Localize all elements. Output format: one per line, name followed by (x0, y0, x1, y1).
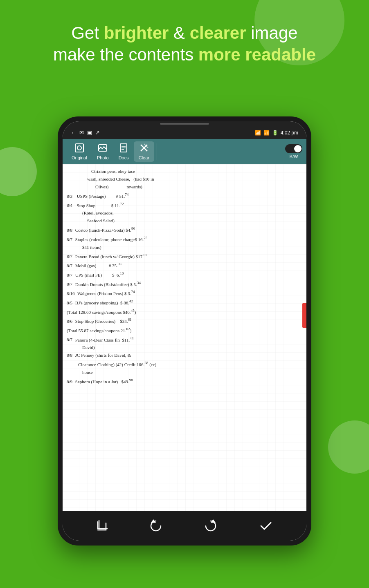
crop-button[interactable] (96, 520, 108, 532)
header-line2: make the contents more readable (16, 44, 353, 66)
wifi-icon: 📶 (255, 130, 261, 136)
hw-line-13: 8/7 UPS (mail FE) $ 6.10 (67, 270, 301, 279)
toolbar-original[interactable]: Original (67, 141, 92, 162)
check-button[interactable] (259, 519, 273, 533)
hw-line-2: wash, shredded Cheese, (had $10 in (87, 175, 301, 183)
signal-icon: 📶 (263, 130, 270, 136)
svg-rect-0 (75, 144, 83, 152)
handwriting-content: Ctrixion pens, okey tace wash, shredded … (67, 168, 301, 511)
hw-line-24: house (82, 369, 301, 376)
svg-point-1 (77, 146, 81, 150)
photo-label: Photo (97, 155, 109, 160)
hw-line-5: 8/4 Stop Shop $ 11.72 (67, 200, 301, 210)
status-bar: ← ✉ ▣ ↗ 📶 📶 🔋 4:02 pm (63, 126, 306, 139)
toolbar-photo[interactable]: Photo (92, 141, 114, 162)
phone-inner: ← ✉ ▣ ↗ 📶 📶 🔋 4:02 pm (63, 121, 306, 541)
rotate-left-button[interactable] (149, 519, 162, 532)
hw-line-3: Olives) rewards) (95, 183, 301, 191)
bottom-toolbar (63, 511, 306, 541)
header-and: & (169, 23, 189, 42)
header-get: Get (71, 23, 104, 42)
hw-line-7: Seafood Salad) (87, 217, 301, 225)
hw-line-6: (Rotel, avocados, (82, 209, 301, 217)
hw-line-23: Clearance Clothing) (42) Credit 106.38 (… (78, 359, 301, 369)
image-icon: ▣ (87, 130, 92, 136)
header-line1: Get brighter & clearer image (16, 22, 353, 44)
document-paper: Ctrixion pens, okey tace wash, shredded … (63, 164, 306, 511)
battery-icon: 🔋 (272, 130, 278, 136)
document-area: Ctrixion pens, okey tace wash, shredded … (63, 164, 306, 511)
rotate-right-button[interactable] (204, 519, 217, 532)
clear-icon (139, 143, 149, 154)
app-toolbar: Original Photo (63, 139, 306, 164)
phone-notch (63, 121, 306, 126)
share-icon: ↗ (95, 130, 100, 136)
toolbar-clear[interactable]: Clear (134, 141, 154, 162)
hw-line-25: 8/9 Sephora (Hope in a Jar) $49.98 (67, 376, 301, 386)
hw-line-20: 8/7 Panora (4-Dear Class fin $11.44 (67, 335, 301, 344)
bw-label: B/W (290, 154, 298, 159)
hw-line-14: 8/7 Dunkin Donuts (Bkfst/coffee) $ 5.34 (67, 279, 301, 288)
back-icon[interactable]: ← (71, 130, 76, 136)
header-section: Get brighter & clearer image make the co… (0, 22, 369, 65)
clear-label: Clear (139, 155, 149, 160)
hw-line-17: (Total 128.60 savings/coupons $46.45) (67, 307, 301, 316)
hw-line-10: $41 items) (82, 244, 301, 251)
hw-line-18: 8/6 Stop Shop (Groceries) $34.61 (67, 316, 301, 325)
header-make: make the contents (53, 45, 198, 64)
bw-toggle-area[interactable]: B/W (285, 144, 302, 159)
hw-line-4: 8/3 USPS (Postage) # 51.74 (67, 191, 301, 200)
header-brighter: brighter (104, 23, 169, 42)
deco-circle-right (328, 420, 369, 474)
header-image: image (246, 23, 298, 42)
status-bar-left: ← ✉ ▣ ↗ (71, 130, 100, 136)
hw-line-21: David) (82, 344, 301, 351)
email-icon: ✉ (79, 130, 84, 136)
hw-line-19: (Total 55.87 savings/coupons 21.02) (67, 325, 301, 335)
bw-toggle-knob (294, 145, 302, 152)
time-display: 4:02 pm (281, 130, 298, 136)
phone-mockup: ← ✉ ▣ ↗ 📶 📶 🔋 4:02 pm (58, 116, 311, 546)
hw-line-22: 8/8 JC Penney (shirts for David, & (67, 351, 301, 359)
hw-line-11: 8/7 Panera Bread (lunch w/ Georgie) $17.… (67, 251, 301, 261)
hw-line-16: 8/5 BJ's (grocery shopping) $ 86.42 (67, 297, 301, 307)
original-label: Original (72, 155, 87, 160)
red-bookmark (302, 303, 306, 328)
docs-icon (119, 143, 128, 154)
toolbar-docs[interactable]: Docs (114, 141, 134, 162)
hw-line-12: 8/7 Mobil (gas) # 35.03 (67, 260, 301, 270)
hw-line-1: Ctrixion pens, okey tace (91, 168, 301, 175)
notch-bar (160, 123, 209, 125)
toolbar-divider (157, 143, 157, 160)
docs-label: Docs (119, 155, 129, 160)
hw-line-15: 8/16 Walgreens (Frixion Pens) $ 3.74 (67, 288, 301, 297)
hw-line-8: 8/8 Costco (lunch-Pizza+Soda) $4.86 (67, 225, 301, 234)
original-icon (74, 143, 84, 154)
header-clearer: clearer (190, 23, 246, 42)
bw-toggle-switch[interactable] (285, 144, 302, 153)
status-bar-right: 📶 📶 🔋 4:02 pm (255, 130, 298, 136)
header-readable: more readable (198, 45, 316, 64)
deco-circle-left (0, 147, 37, 196)
photo-icon (98, 143, 108, 154)
hw-line-9: 8/7 Staples (calculator, phone charge$ 1… (67, 234, 301, 244)
